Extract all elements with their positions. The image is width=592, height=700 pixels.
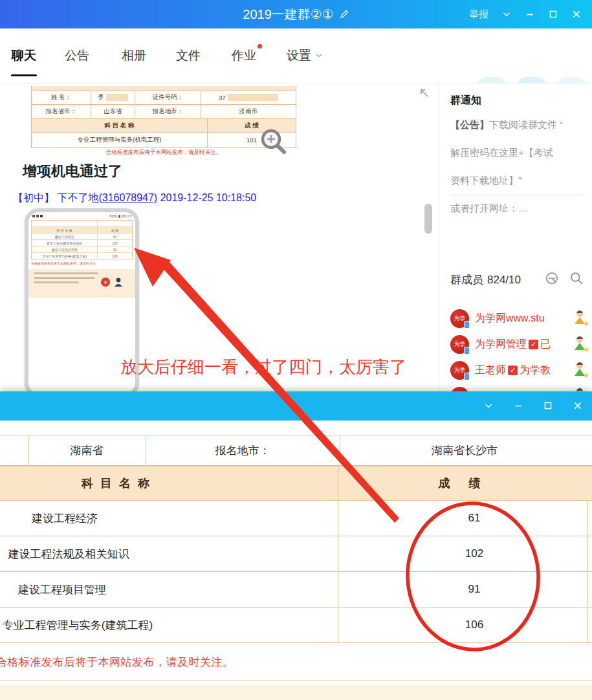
message-timestamp: 2019-12-25 10:18:50 (160, 192, 257, 203)
report-button[interactable]: 举报 (469, 8, 488, 21)
redacted-blank (106, 94, 128, 101)
verified-check-icon: ✓ (508, 366, 518, 375)
search-icon[interactable] (569, 271, 584, 285)
phone-status-bar: 62% ▮ 16:17 (28, 212, 135, 218)
cert-id-value: 37 (219, 94, 226, 101)
tab-chat-label: 聊天 (12, 47, 36, 64)
chevron-down-icon[interactable] (501, 9, 512, 19)
city-value: 湖南省长沙市 (432, 443, 498, 458)
divider (0, 680, 592, 681)
battery-percent: 62% (109, 214, 117, 218)
cert-value: 37 (201, 91, 296, 104)
divider (450, 195, 582, 196)
tab-album[interactable]: 相册 (122, 28, 146, 83)
score-viewer-window: 湖南省 报名地市： 湖南省长沙市 科 目 名 称 成 绩 建设工程经济 61 建… (0, 391, 592, 700)
star-icon: ★ (583, 345, 589, 354)
overlay-controls (483, 400, 583, 411)
sender-uin-link[interactable]: (316078947) (98, 192, 157, 203)
member-level-badge: 【初中】 (13, 192, 54, 203)
phone-badge-icon (464, 373, 470, 380)
close-button[interactable] (573, 400, 583, 411)
overlay-titlebar (0, 391, 592, 421)
window-titlebar: 2019一建群②① 举报 (0, 0, 592, 28)
certificate-mini-table: 姓 名： 李 证件号码： 37 报名省市： 山东省 报名地市： 济南市 科 目 … (31, 86, 296, 148)
member-row[interactable]: 为学 王老师✓为学教 ★ (450, 359, 592, 381)
titlebar-controls: 举报 (469, 0, 592, 28)
tab-homework[interactable]: 作业 (232, 28, 256, 83)
cert-province-value: 山东省 (91, 105, 135, 118)
cert-label: 报名地市： (135, 105, 201, 118)
score-row: 建设工程经济 61 (0, 501, 592, 536)
star-icon: ★ (583, 320, 589, 328)
cert-subject: 专业工程管理与实务(机电工程) (32, 133, 208, 148)
overlay-info-row: 湖南省 报名地市： 湖南省长沙市 (0, 435, 592, 466)
mute-icon[interactable] (545, 271, 559, 285)
zoom-in-button[interactable] (259, 127, 289, 157)
member-role-icon: ★ (572, 311, 587, 326)
maximize-button[interactable] (548, 9, 558, 19)
maximize-button[interactable] (543, 400, 553, 411)
tab-settings[interactable]: 设置 (287, 28, 323, 83)
members-title: 群成员 (450, 272, 483, 287)
member-row[interactable]: 为学 为学网www.stu ★ (450, 307, 592, 329)
member-avatar: 为学 (450, 335, 469, 354)
member-row[interactable]: 为学 为学网管理✓已 ★ (450, 333, 592, 355)
stamp-and-person-icons: ★ (100, 277, 126, 287)
minimize-button[interactable] (513, 400, 523, 411)
minimize-button[interactable] (525, 9, 535, 19)
close-button[interactable] (571, 9, 582, 19)
tab-bar: 聊天 公告 相册 文件 作业 设置 (0, 28, 592, 83)
phone-badge-icon (464, 347, 470, 355)
tab-announcement[interactable]: 公告 (65, 28, 89, 83)
cert-label: 报名省市： (32, 105, 91, 118)
svg-text:★: ★ (103, 279, 107, 285)
member-role-icon: ★ (572, 362, 587, 378)
province-value: 湖南省 (71, 443, 104, 458)
cert-footnote: 合格标准发布后将于本网站发布，请及时关注。 (31, 149, 296, 157)
phone-score-table: 科 目 名 称成 绩 建设工程经济61 建设工程法规及相关知识102 建设工程项… (31, 220, 133, 259)
collapse-panel-icon[interactable] (418, 87, 431, 100)
subject-column-header: 科 目 名 称 (82, 476, 151, 491)
subject-cell: 建设工程法规及相关知识 (8, 547, 129, 562)
score-cell: 102 (465, 547, 483, 560)
subject-cell: 专业工程管理与实务(建筑工程) (3, 618, 153, 633)
group-notice-body[interactable]: 【公告】下载阅读群文件 “ 解压密码在这里+【考试 资料下载地址】” 或者打开网… (450, 111, 586, 222)
verified-check-icon: ✓ (529, 340, 538, 349)
bottom-strip (0, 686, 592, 700)
phone-footnote: 合格标准发布后将于本网站发布，请及时关注。 (31, 261, 133, 265)
phone-badge-icon (464, 321, 470, 329)
chat-scrollbar-thumb[interactable] (424, 204, 432, 234)
tab-files-label: 文件 (176, 47, 201, 64)
group-notice-title: 群通知 (450, 94, 481, 107)
chevron-down-icon[interactable] (483, 400, 494, 411)
subject-cell: 建设工程经济 (32, 511, 98, 526)
score-row: 建设工程项目管理 91 (0, 572, 592, 607)
overlay-footnote: 合格标准发布后将于本网站发布，请及时关注。 (0, 655, 234, 670)
score-cell: 91 (468, 583, 481, 596)
member-avatar: 为学 (450, 361, 469, 380)
certificate-image-message[interactable]: 姓 名： 李 证件号码： 37 报名省市： 山东省 报名地市： 济南市 科 目 … (23, 86, 296, 151)
tab-files[interactable]: 文件 (176, 28, 201, 83)
phone-clock: 16:17 (122, 214, 131, 218)
tab-chat[interactable]: 聊天 (12, 28, 36, 83)
edit-title-icon[interactable] (339, 9, 349, 19)
notice-tag: 【公告】 (450, 119, 489, 130)
score-cell: 106 (465, 618, 483, 631)
tab-announcement-label: 公告 (65, 47, 89, 64)
member-role-icon: ★ (572, 336, 587, 352)
member-name: 为学网管理 (475, 338, 527, 351)
cert-label: 姓 名： (32, 91, 91, 104)
star-icon: ★ (583, 371, 589, 380)
notification-dot (258, 44, 262, 49)
qq-group-window: 2019一建群②① 举报 聊天 公告 相册 文件 作业 设置 (0, 0, 592, 700)
score-row: 专业工程管理与实务(建筑工程) 106 (0, 607, 592, 643)
sender-name[interactable]: 下不了地 (57, 192, 98, 203)
cert-city-value: 济南市 (201, 105, 296, 118)
tab-homework-label: 作业 (232, 47, 256, 64)
member-name: 为学网www.stu (475, 312, 545, 325)
group-members-header: 群成员 824/1000 (450, 272, 521, 287)
message-meta: 【初中】 下不了地(316078947) 2019-12-25 10:18:50 (13, 191, 256, 205)
member-name: 王老师 (475, 364, 506, 377)
red-annotation-text: 放大后仔细一看，过了四门，太厉害了 (120, 356, 406, 378)
phone-status-right: 62% ▮ 16:17 (109, 213, 131, 218)
